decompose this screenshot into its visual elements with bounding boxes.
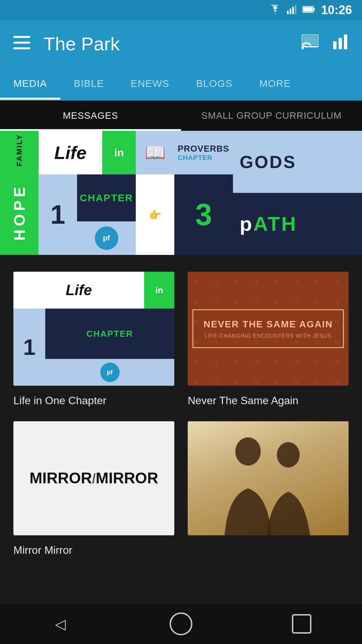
tab-bar: MEDIA BIBLE ENEWS BLOGS MORE	[0, 67, 362, 101]
status-icons: 10:26	[269, 3, 352, 17]
banner-family: FAMILY	[0, 131, 39, 169]
svg-rect-15	[344, 35, 347, 49]
banner-gods-path[interactable]: GODS pATH	[233, 131, 362, 255]
hope-label: HOPE	[10, 183, 28, 240]
svg-rect-3	[295, 5, 296, 14]
tab-blogs[interactable]: BLOGS	[183, 67, 246, 100]
tab-media[interactable]: MEDIA	[0, 67, 60, 100]
card-ntsa-thumbnail: ♥ NEVER THE SAME AGAIN LIFE-CHANGING ENC…	[188, 272, 349, 386]
cards-grid: Life in 1 CHAPTER	[13, 272, 349, 557]
card-never-same-again[interactable]: ♥ NEVER THE SAME AGAIN LIFE-CHANGING ENC…	[188, 272, 349, 408]
svg-rect-9	[13, 47, 30, 49]
card-ntsa-label: Never The Same Again	[188, 394, 349, 408]
card-mirror-thumbnail: MIRROR/MIRROR	[13, 421, 174, 535]
life-text: Life	[54, 142, 86, 163]
banner-proverbs[interactable]: 📖 PROVERBS CHAPTER 👉 3	[136, 131, 233, 255]
svg-rect-7	[13, 36, 30, 38]
bottom-nav	[0, 604, 362, 644]
card-life-image: Life in 1 CHAPTER	[13, 272, 174, 386]
card-pf-badge: pf	[100, 363, 120, 382]
app-title: The Park	[44, 33, 288, 55]
svg-rect-5	[313, 8, 315, 11]
ntsa-pattern: ♥	[188, 272, 349, 386]
signal-icon	[287, 5, 296, 15]
card-life-in-one-chapter[interactable]: Life in 1 CHAPTER	[13, 272, 174, 408]
svg-point-19	[277, 442, 300, 468]
status-time: 10:26	[321, 3, 352, 17]
tab-bible[interactable]: BIBLE	[60, 67, 117, 100]
back-button[interactable]	[47, 610, 74, 637]
proverbs-title: PROVERBS	[178, 144, 229, 154]
card-life-text: Life	[66, 282, 92, 299]
svg-rect-8	[13, 42, 30, 44]
card-chapter-text: CHAPTER	[86, 329, 133, 339]
proverbs-sub: CHAPTER	[178, 154, 213, 162]
sub-tab-messages[interactable]: MESSAGES	[0, 101, 181, 131]
sub-tab-bar: MESSAGES SMALL GROUP CURRICULUM	[0, 101, 362, 131]
banner-life-chapter[interactable]: Life in 1 CHAPTER pf	[39, 131, 136, 255]
in-text: in	[114, 147, 124, 159]
family-label: FAMILY	[15, 134, 24, 166]
recent-apps-button[interactable]	[288, 610, 315, 637]
card-mirror-mirror[interactable]: MIRROR/MIRROR Mirror Mirror	[13, 421, 174, 557]
svg-rect-17	[188, 272, 349, 386]
mirror-text: MIRROR/MIRROR	[29, 470, 158, 487]
card-ntsa-image: ♥ NEVER THE SAME AGAIN LIFE-CHANGING ENC…	[188, 272, 349, 386]
chapter-label: CHAPTER	[80, 192, 133, 204]
card-in-text: in	[155, 285, 163, 296]
svg-rect-1	[290, 9, 291, 14]
home-button[interactable]	[168, 610, 194, 637]
svg-point-12	[302, 47, 304, 49]
status-bar: 10:26	[0, 0, 362, 20]
card-fourth[interactable]	[188, 421, 349, 557]
book-icon: 📖	[145, 143, 166, 162]
chart-button[interactable]	[332, 35, 349, 53]
finger-icon: 👉	[149, 209, 161, 221]
svg-rect-0	[287, 11, 289, 14]
banner-strip: FAMILY HOPE Life in 1 CHAPTER pf	[0, 131, 362, 255]
banner-hope: HOPE	[0, 169, 39, 255]
content-area: Life in 1 CHAPTER	[0, 255, 362, 574]
card-life-label: Life in One Chapter	[13, 394, 174, 408]
svg-rect-14	[339, 38, 342, 49]
banner-family-hope: FAMILY HOPE	[0, 131, 39, 255]
three-label: 3	[195, 198, 212, 232]
app-bar: The Park	[0, 20, 362, 67]
card-silhouette-image	[188, 421, 349, 535]
menu-button[interactable]	[13, 35, 30, 52]
sub-tab-small-group[interactable]: SMALL GROUP CURRICULUM	[181, 101, 362, 131]
tab-more[interactable]: MORE	[246, 67, 304, 100]
card-num: 1	[23, 334, 36, 360]
svg-rect-2	[292, 7, 294, 14]
card-mirror-label: Mirror Mirror	[13, 543, 174, 557]
card-life-thumbnail: Life in 1 CHAPTER	[13, 272, 174, 386]
card-fourth-thumbnail	[188, 421, 349, 535]
path-label: pATH	[240, 212, 297, 235]
chapter-num: 1	[50, 199, 65, 230]
svg-rect-13	[333, 41, 337, 49]
gods-label: GODS	[240, 152, 296, 172]
tab-enews[interactable]: ENEWS	[117, 67, 183, 100]
battery-icon	[302, 6, 315, 14]
svg-rect-6	[303, 7, 313, 12]
wifi-icon	[269, 5, 281, 15]
svg-point-18	[235, 437, 261, 466]
pf-badge: pf	[95, 226, 118, 250]
cast-button[interactable]	[302, 35, 318, 53]
card-mirror-image: MIRROR/MIRROR	[13, 421, 174, 535]
